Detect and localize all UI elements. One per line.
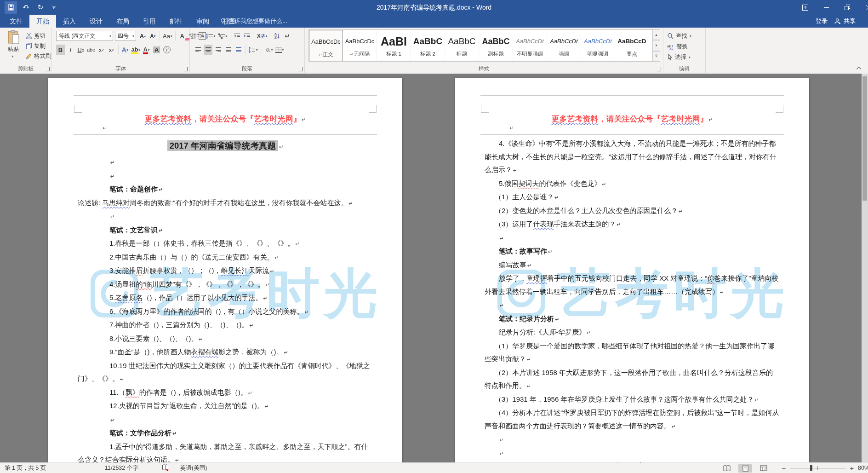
word-count[interactable]: 11/2532 个字: [105, 463, 138, 473]
tab-开始[interactable]: 开始: [29, 15, 56, 28]
distribute-button[interactable]: [234, 45, 243, 55]
styles-dialog-launcher[interactable]: [657, 67, 661, 71]
tab-审阅[interactable]: 审阅: [189, 15, 216, 28]
increase-indent-button[interactable]: [243, 31, 251, 41]
font-size-combo[interactable]: 四号▾: [115, 31, 136, 41]
font-name-combo[interactable]: 等线 (西文正文▾: [56, 31, 113, 41]
print-layout-button[interactable]: [738, 464, 752, 473]
text-effects-button[interactable]: A▾: [121, 45, 130, 55]
scissors-icon: [26, 33, 32, 39]
collapse-ribbon-button[interactable]: [856, 66, 862, 70]
decrease-indent-button[interactable]: [233, 31, 241, 41]
align-center-button[interactable]: [204, 45, 212, 55]
restore-button[interactable]: [837, 0, 858, 15]
line-spacing-button[interactable]: ▾: [248, 45, 258, 55]
close-button[interactable]: [858, 0, 868, 15]
superscript-button[interactable]: x2: [107, 45, 116, 55]
zoom-level[interactable]: 80%: [858, 463, 868, 473]
tell-me-box[interactable]: 告诉我您想要做什么...: [220, 15, 287, 28]
share-button[interactable]: 共享: [834, 17, 868, 25]
copy-button[interactable]: 复制: [26, 41, 46, 51]
cut-button[interactable]: 剪切: [26, 31, 46, 40]
justify-button[interactable]: [224, 45, 233, 55]
proofing-status-button[interactable]: [162, 464, 170, 473]
highlight-color-button[interactable]: ab▾: [131, 45, 141, 55]
tab-布局[interactable]: 布局: [109, 15, 136, 28]
bold-button[interactable]: B: [56, 45, 65, 55]
find-label: 查找: [676, 32, 687, 40]
asian-layout-button[interactable]: X▾: [257, 31, 268, 41]
strikethrough-button[interactable]: abc: [86, 45, 96, 55]
style-标题 1[interactable]: AaBI标题 1: [377, 30, 411, 61]
styles-scroll-down[interactable]: ▼: [652, 40, 660, 51]
style-副标题[interactable]: AaBbC副标题: [479, 30, 513, 61]
zoom-slider-thumb[interactable]: [810, 465, 812, 471]
document-page-2[interactable]: 更多艺考资料，请关注公众号『艺考时光网』↵ ↵ 4.《谈生命》中有“不是所有小溪…: [455, 78, 809, 462]
style-标题 2[interactable]: AaBbC标题 2: [411, 30, 445, 61]
show-marks-button[interactable]: ↵: [283, 31, 291, 41]
style-不明显强调[interactable]: AaBbCcDt不明显强调: [513, 30, 547, 61]
find-button[interactable]: 查找▾: [667, 31, 691, 40]
styles-more-button[interactable]: ⊽: [652, 51, 660, 62]
zoom-slider[interactable]: [790, 463, 846, 473]
character-shading-button[interactable]: A: [152, 45, 161, 55]
subscript-button[interactable]: x2: [97, 45, 106, 55]
clipboard-dialog-launcher[interactable]: [46, 67, 50, 71]
replace-button[interactable]: abac 替换: [667, 42, 688, 51]
format-painter-button[interactable]: 格式刷: [26, 52, 51, 61]
doc-paragraph: 9.“面圣”是（)，他所画人物衣褶有螺影之势，被称为（)。↵: [78, 346, 373, 359]
ribbon-display-options-button[interactable]: [794, 0, 816, 15]
web-layout-button[interactable]: [757, 464, 771, 473]
chevron-down-icon: ▾: [132, 34, 134, 38]
scrollbar-thumb[interactable]: [862, 76, 867, 201]
document-area[interactable]: 更多艺考资料，请关注公众号『艺考时光网』↵ ↵ 2017 年河南省编导统考真题↵…: [0, 74, 868, 462]
paste-button[interactable]: 粘贴 ▾: [4, 30, 23, 64]
italic-button[interactable]: I: [66, 45, 75, 55]
shrink-font-button[interactable]: A▾: [148, 31, 157, 41]
page-indicator[interactable]: 第 1 页，共 5 页: [5, 463, 46, 473]
style-要点[interactable]: AaBbCcD要点: [615, 30, 649, 61]
paragraph-dialog-launcher[interactable]: [298, 67, 303, 71]
multilevel-list-button[interactable]: ▾: [217, 31, 228, 41]
document-page-1[interactable]: 更多艺考资料，请关注公众号『艺考时光网』↵ ↵ 2017 年河南省编导统考真题↵…: [48, 78, 402, 462]
person-plus-icon: [834, 18, 841, 25]
font-color-button[interactable]: A▾: [142, 45, 151, 55]
bullets-button[interactable]: ▾: [194, 31, 204, 41]
page-body[interactable]: 4.《谈生命》中有“不是所有小溪都流入大海，不流动的只能是一滩死水；不是所有的种…: [485, 137, 780, 462]
style-明显强调[interactable]: AaBbCcDt明显强调: [581, 30, 615, 61]
styles-scroll-up[interactable]: ▲: [652, 29, 660, 40]
select-button[interactable]: 选择▾: [667, 52, 691, 62]
tab-引用[interactable]: 引用: [136, 15, 163, 28]
read-mode-button[interactable]: [720, 464, 734, 473]
signin-button[interactable]: 登录: [816, 17, 828, 25]
language-indicator[interactable]: 英语(美国): [180, 463, 207, 473]
sort-button[interactable]: AZ: [273, 31, 281, 41]
change-case-button[interactable]: Aa▾: [162, 31, 173, 41]
style-无间隔[interactable]: AaBbCcDc↵无间隔: [343, 30, 377, 61]
font-dialog-launcher[interactable]: [183, 67, 188, 71]
close-icon: [866, 5, 868, 10]
tab-设计[interactable]: 设计: [83, 15, 109, 28]
borders-button[interactable]: ▾: [275, 45, 285, 55]
numbering-button[interactable]: ▾: [206, 31, 216, 41]
grow-font-button[interactable]: A▴: [138, 31, 147, 41]
style-标题[interactable]: AaBbC标题: [445, 30, 479, 61]
zoom-out-button[interactable]: −: [782, 464, 786, 472]
zoom-in-button[interactable]: +: [850, 464, 854, 472]
align-left-button[interactable]: [194, 45, 202, 55]
align-right-button[interactable]: [214, 45, 223, 55]
tab-邮件[interactable]: 邮件: [163, 15, 189, 28]
shading-button[interactable]: ▾: [263, 45, 274, 55]
tab-插入[interactable]: 插入: [56, 15, 83, 28]
enclose-characters-button[interactable]: 字: [162, 45, 171, 55]
vertical-scrollbar[interactable]: [862, 74, 868, 462]
tab-文件[interactable]: 文件: [3, 15, 29, 28]
underline-button[interactable]: U▾: [76, 45, 85, 55]
style-强调[interactable]: AaBbCcDt强调: [547, 30, 581, 61]
group-styles: AaBbCcDc↵正文AaBbCcDc↵无间隔AaBI标题 1AaBbC标题 2…: [305, 28, 663, 73]
share-label: 共享: [844, 17, 856, 25]
style-正文[interactable]: AaBbCcDc↵正文: [309, 30, 343, 61]
clear-formatting-button[interactable]: A: [178, 31, 187, 41]
page-body[interactable]: 2017 年河南省编导统考真题↵↵↵笔试：命题创作↵论述题: 马思纯对周冬雨的致…: [78, 137, 373, 462]
minimize-button[interactable]: [816, 0, 837, 15]
